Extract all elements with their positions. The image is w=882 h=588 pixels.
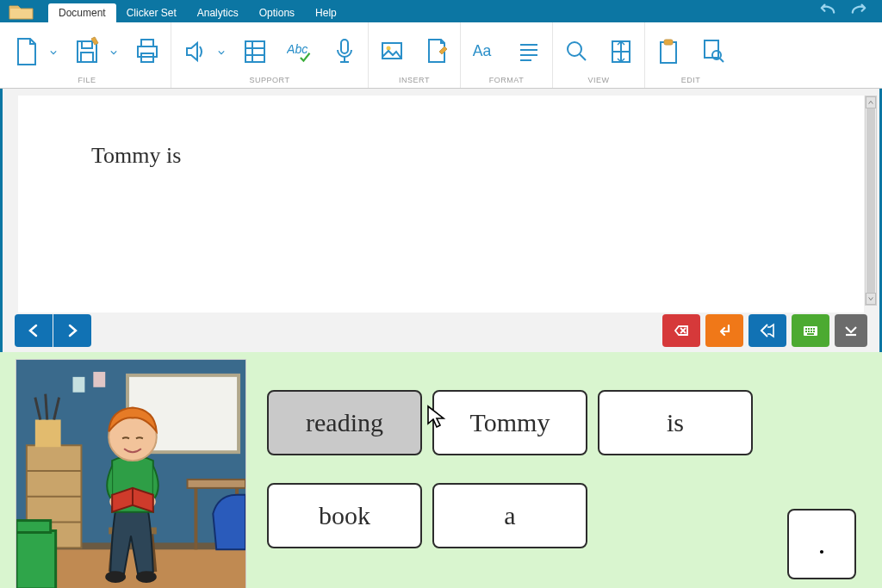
svg-rect-37 [813,331,815,332]
keyboard-button[interactable] [792,314,829,347]
new-doc-dropdown[interactable] [50,44,57,59]
new-doc-icon[interactable] [12,33,41,71]
svg-text:Aa: Aa [473,42,492,59]
action-bar [0,313,882,352]
word-cell-reading[interactable]: reading [267,390,422,455]
zoom-icon[interactable] [562,33,591,71]
undo-redo [818,2,868,22]
return-button[interactable] [705,314,743,347]
svg-rect-31 [808,328,810,330]
app-root: Document Clicker Set Analytics Options H… [0,0,882,588]
svg-point-65 [105,571,126,583]
clipboard-icon[interactable] [654,33,683,71]
period-cell[interactable]: . [787,509,856,579]
ribbon-group-format: Aa FORMAT [461,22,553,88]
svg-rect-14 [382,43,401,59]
ribbon-group-edit: EDIT [645,22,736,88]
svg-text:Abc: Abc [287,42,307,56]
svg-rect-24 [661,42,676,63]
prompt-picture [16,359,246,588]
sound-button[interactable] [748,314,786,347]
scroll-down-icon[interactable] [866,293,876,305]
speaker-dropdown[interactable] [218,44,225,59]
tab-clicker-set[interactable]: Clicker Set [116,3,187,22]
scrollbar[interactable] [865,96,877,306]
picture-icon[interactable] [377,33,407,71]
svg-rect-30 [805,328,807,330]
word-cell-book[interactable]: book [267,483,422,548]
svg-rect-64 [73,377,85,393]
svg-rect-1 [82,41,92,48]
redo-icon[interactable] [849,2,868,21]
word-grid: reading Tommy is book a [246,359,866,588]
tab-document[interactable]: Document [48,3,116,22]
ribbon-group-file: FILE [3,22,171,88]
svg-rect-35 [808,331,810,332]
svg-rect-11 [341,40,348,53]
ribbon-group-support: Abc SUPPORT [171,22,369,88]
prev-button[interactable] [15,314,53,347]
save-icon[interactable] [72,33,102,71]
next-button[interactable] [53,314,91,347]
svg-rect-25 [664,40,673,45]
group-label-support: SUPPORT [250,76,290,84]
svg-point-21 [568,42,581,56]
group-label-file: FILE [78,76,96,84]
svg-rect-2 [81,53,93,62]
word-cell-is[interactable]: is [598,390,753,455]
svg-rect-3 [141,40,153,46]
svg-line-50 [46,394,47,420]
collapse-button[interactable] [835,314,867,347]
svg-point-66 [136,571,157,583]
delete-button[interactable] [662,314,700,347]
tab-options[interactable]: Options [249,3,305,22]
group-label-view: VIEW [587,76,609,84]
speaker-icon[interactable] [180,33,209,71]
scroll-thumb[interactable] [866,108,875,293]
font-icon[interactable]: Aa [469,33,499,71]
group-label-insert: INSERT [399,76,430,84]
lines-icon[interactable] [514,33,543,71]
document-text: Tommy is [91,143,181,168]
svg-rect-38 [807,333,814,335]
word-grid-area: reading Tommy is book a . [0,352,882,588]
find-icon[interactable] [699,33,728,71]
undo-icon[interactable] [818,2,837,21]
document-area: Tommy is [0,89,882,313]
svg-line-28 [720,59,724,62]
tabs: Document Clicker Set Analytics Options H… [48,3,347,22]
scroll-up-icon[interactable] [866,96,876,108]
svg-rect-63 [93,372,105,387]
svg-rect-32 [811,328,812,330]
svg-rect-36 [811,331,812,332]
svg-rect-48 [35,419,61,447]
word-cell-a[interactable]: a [432,483,587,548]
mic-icon[interactable] [330,33,359,71]
tab-analytics[interactable]: Analytics [187,3,249,22]
print-icon[interactable] [133,33,162,71]
layout-icon[interactable] [606,33,636,71]
ribbon: FILE Abc SUPPORT INSERT Aa F [0,22,882,89]
title-bar: Document Clicker Set Analytics Options H… [0,0,882,22]
ribbon-group-insert: INSERT [369,22,461,88]
svg-line-22 [580,54,586,60]
paint-icon[interactable] [422,33,451,71]
save-dropdown[interactable] [110,44,117,59]
document-page[interactable]: Tommy is [18,96,864,313]
word-cell-tommy[interactable]: Tommy [432,390,587,455]
spellcheck-icon[interactable]: Abc [285,33,314,71]
svg-rect-6 [245,41,264,62]
predict-icon[interactable] [240,33,270,71]
svg-rect-34 [805,331,807,332]
svg-rect-55 [16,521,51,533]
ribbon-group-view: VIEW [553,22,645,88]
group-label-edit: EDIT [681,76,701,84]
group-label-format: FORMAT [489,76,524,84]
svg-rect-33 [813,328,815,330]
folder-icon[interactable] [7,0,38,22]
svg-rect-52 [188,480,245,488]
tab-help[interactable]: Help [305,3,347,22]
